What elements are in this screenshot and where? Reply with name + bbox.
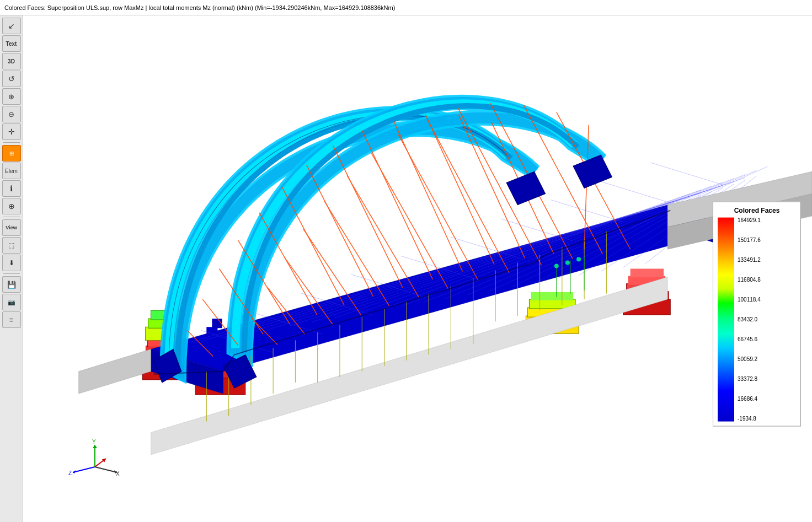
left-toolbar: ↙ Text 3D ↺ ⊕ ⊖ ✛ ⊞ Elem ℹ ⊕ View ⬚ ⬇ 💾 …	[0, 15, 23, 522]
pan-btn[interactable]: ✛	[2, 123, 21, 140]
legend-value-1: 164929.1	[738, 217, 761, 223]
info-btn[interactable]: ℹ	[2, 180, 21, 197]
legend-value-9: 33372.8	[738, 376, 761, 381]
gradient-labels: 164929.1 150177.6 133491.2 116804.8 1001…	[738, 217, 761, 421]
select-btn[interactable]: ⬚	[2, 237, 21, 254]
main-area: ↙ Text 3D ↺ ⊕ ⊖ ✛ ⊞ Elem ℹ ⊕ View ⬚ ⬇ 💾 …	[0, 15, 812, 522]
legend-value-4: 116804.8	[738, 277, 761, 282]
separator-2	[3, 217, 20, 217]
separator-3	[3, 273, 20, 274]
svg-rect-14	[212, 319, 222, 328]
svg-point-123	[554, 263, 559, 268]
results-btn[interactable]: ⊞	[2, 145, 21, 162]
bridge-visualization	[23, 15, 812, 522]
legend-value-3: 133491.2	[738, 257, 761, 262]
title-bar: Colored Faces: Superposition ULS.sup, ro…	[0, 0, 812, 15]
svg-text:Z: Z	[68, 470, 72, 476]
legend-value-7: 66745.6	[738, 336, 761, 342]
zoom-in-btn[interactable]: ⊕	[2, 88, 21, 105]
legend-value-10: 16686.4	[738, 396, 761, 401]
color-gradient-container: 164929.1 150177.6 133491.2 116804.8 1001…	[718, 217, 796, 421]
svg-rect-18	[531, 292, 573, 300]
svg-text:Y: Y	[92, 439, 96, 445]
svg-rect-0	[23, 16, 812, 521]
legend-value-5: 100118.4	[738, 297, 761, 302]
3d-btn[interactable]: 3D	[2, 53, 21, 69]
view-btn[interactable]: View	[2, 219, 21, 236]
coordinate-axes: Z X Y	[67, 439, 122, 478]
svg-point-125	[576, 257, 581, 261]
viewport: Z X Y Colored Faces	[23, 15, 812, 522]
svg-line-128	[95, 467, 117, 472]
legend-value-11: -1934.8	[738, 416, 761, 421]
svg-text:X: X	[116, 471, 120, 477]
legend-value-6: 83432.0	[738, 316, 761, 322]
node-btn[interactable]: ⊕	[2, 198, 21, 214]
text-btn[interactable]: Text	[2, 35, 21, 52]
down-btn[interactable]: ⬇	[2, 255, 21, 271]
rotate-btn[interactable]: ↺	[2, 71, 21, 87]
separator-1	[3, 142, 20, 143]
svg-line-126	[73, 467, 95, 472]
element-btn[interactable]: Elem	[2, 163, 21, 179]
legend-value-2: 150177.6	[738, 237, 761, 243]
legend-value-8: 50059.2	[738, 356, 761, 362]
svg-point-124	[565, 260, 570, 265]
svg-marker-134	[93, 445, 97, 448]
color-gradient-bar	[718, 217, 734, 421]
zoom-out-btn[interactable]: ⊖	[2, 106, 21, 122]
legend-panel: Colored Faces 164929.1 150177.6 133491.2…	[713, 201, 801, 426]
menu-btn[interactable]: ≡	[2, 311, 21, 328]
capture-btn[interactable]: 📷	[2, 294, 21, 310]
legend-title: Colored Faces	[718, 206, 796, 214]
save-btn[interactable]: 💾	[2, 276, 21, 293]
title-text: Colored Faces: Superposition ULS.sup, ro…	[4, 4, 395, 11]
move-btn[interactable]: ↙	[2, 18, 21, 34]
svg-rect-23	[631, 269, 664, 277]
